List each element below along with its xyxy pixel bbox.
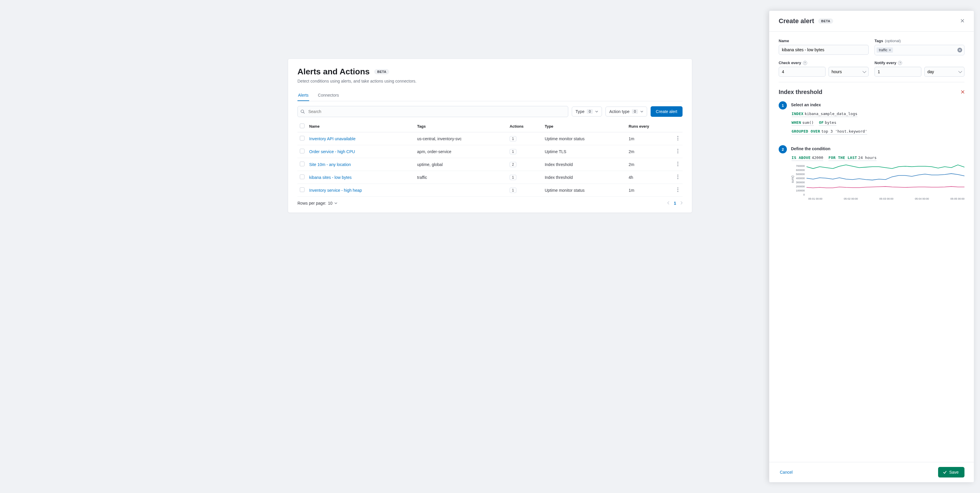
svg-point-16 <box>678 191 678 192</box>
col-name: Name <box>307 120 415 132</box>
type-filter-label: Type <box>576 109 584 114</box>
page-title: Alerts and Actions <box>298 67 369 76</box>
cond-is-above[interactable]: IS ABOVE 42000 <box>792 155 823 161</box>
save-button[interactable]: Save <box>938 467 964 477</box>
svg-point-5 <box>678 149 678 150</box>
type-filter[interactable]: Type 0 <box>572 106 602 117</box>
check-every-unit[interactable] <box>829 67 869 77</box>
table-row: kibana sites - low bytestraffic1Index th… <box>298 171 682 184</box>
page-1[interactable]: 1 <box>674 201 676 206</box>
row-checkbox[interactable] <box>300 149 304 154</box>
tab-connectors[interactable]: Connectors <box>317 90 340 101</box>
alert-runs-every: 4h <box>626 171 674 184</box>
step-2-badge: 2 <box>779 145 787 154</box>
row-checkbox[interactable] <box>300 136 304 141</box>
alert-type: Index threshold <box>542 158 626 171</box>
alert-actions-count: 2 <box>510 162 516 167</box>
rows-per-page[interactable]: Rows per page: 10 <box>298 201 337 206</box>
notify-every-unit[interactable] <box>924 67 965 77</box>
row-menu-icon[interactable] <box>676 136 679 143</box>
alert-name-link[interactable]: kibana sites - low bytes <box>309 175 352 180</box>
alert-actions-count: 1 <box>510 188 516 193</box>
rpp-label: Rows per page: <box>298 201 326 206</box>
check-every-value[interactable] <box>779 67 826 77</box>
alert-runs-every: 2m <box>626 145 674 158</box>
alert-runs-every: 2m <box>626 158 674 171</box>
chevron-down-icon <box>595 110 598 113</box>
alert-tags <box>415 184 507 197</box>
help-icon[interactable]: ? <box>803 61 807 65</box>
page-next[interactable] <box>680 201 682 206</box>
expr-when[interactable]: WHEN sum() <box>792 120 814 126</box>
row-checkbox[interactable] <box>300 187 304 192</box>
row-menu-icon[interactable] <box>676 161 679 168</box>
page-subtitle: Detect conditions using alerts, and take… <box>298 79 682 84</box>
svg-point-15 <box>678 189 678 190</box>
close-icon[interactable] <box>960 19 964 24</box>
page-prev[interactable] <box>667 201 670 206</box>
row-menu-icon[interactable] <box>676 174 679 181</box>
tags-combobox[interactable]: traffic ✕ <box>875 45 964 55</box>
alert-name-link[interactable]: Site 10m - any location <box>309 162 351 167</box>
chart-yticks: 7000006000005000004000003000002000001000… <box>796 164 805 196</box>
rpp-value: 10 <box>328 201 332 206</box>
expr-index[interactable]: INDEX kibana_sample_data_logs <box>792 111 858 117</box>
expr-group-val: top 3 'host.keyword' <box>821 129 867 133</box>
alert-actions-count: 1 <box>510 175 516 180</box>
check-every-label: Check every <box>779 60 801 65</box>
svg-point-7 <box>678 152 678 154</box>
create-alert-button[interactable]: Create alert <box>651 106 682 117</box>
row-menu-icon[interactable] <box>676 187 679 194</box>
chart-xticks: 05-01 00:0005-02 00:0005-03 00:0005-04 0… <box>807 197 964 200</box>
check-icon <box>943 470 947 474</box>
svg-point-6 <box>678 151 678 152</box>
row-checkbox[interactable] <box>300 162 304 166</box>
flyout-title: Create alert <box>779 17 814 25</box>
row-menu-icon[interactable] <box>676 148 679 155</box>
table-row: Site 10m - any locationuptime, global2In… <box>298 158 682 171</box>
alert-name-link[interactable]: Inventory service - high heap <box>309 188 362 193</box>
cancel-button[interactable]: Cancel <box>779 468 794 477</box>
name-label: Name <box>779 39 869 43</box>
alert-actions-count: 1 <box>510 136 516 141</box>
help-icon[interactable]: ? <box>898 61 902 65</box>
action-type-filter-label: Action type <box>609 109 630 114</box>
cond-for-kw: FOR THE LAST <box>829 155 857 160</box>
alert-tags: uptime, global <box>415 158 507 171</box>
cond-for-val: 24 hours <box>858 155 877 160</box>
tabs: Alerts Connectors <box>298 90 682 101</box>
expr-group[interactable]: GROUPED OVER top 3 'host.keyword' <box>792 129 867 135</box>
step-1-title: Select an index <box>791 103 964 107</box>
action-type-filter[interactable]: Action type 0 <box>606 106 647 117</box>
pagination: 1 <box>667 201 682 206</box>
create-alert-flyout: Create alert BETA Name Tags (optional) t <box>769 11 974 482</box>
alert-tags: us-central, inventory-svc <box>415 132 507 145</box>
alert-actions-count: 1 <box>510 149 516 154</box>
alert-name-link[interactable]: Inventory API unavailable <box>309 136 355 141</box>
expr-of[interactable]: OF bytes <box>819 120 836 126</box>
tag-pill: traffic ✕ <box>877 48 893 53</box>
alert-runs-every: 1m <box>626 184 674 197</box>
tag-remove-icon[interactable]: ✕ <box>889 48 891 52</box>
alert-tags: apm, order-service <box>415 145 507 158</box>
select-all-checkbox[interactable] <box>300 124 304 128</box>
remove-section-icon[interactable] <box>961 90 964 95</box>
col-actions: Actions <box>507 120 542 132</box>
clear-tags-icon[interactable] <box>958 48 962 52</box>
alert-name-link[interactable]: Order service - high CPU <box>309 149 355 154</box>
svg-point-11 <box>678 175 678 176</box>
notify-every-value[interactable] <box>875 67 921 77</box>
alerts-table: Name Tags Actions Type Runs every Invent… <box>298 120 682 197</box>
tab-alerts[interactable]: Alerts <box>298 90 309 101</box>
search-input[interactable] <box>298 106 568 117</box>
expr-when-kw: WHEN <box>792 120 801 125</box>
expr-when-val: sum() <box>802 120 813 125</box>
row-checkbox[interactable] <box>300 174 304 179</box>
alert-type: Uptime monitor status <box>542 132 626 145</box>
condition-chart: sum() 7000006000005000004000003000002000… <box>791 164 964 200</box>
tags-label: Tags <box>875 39 883 43</box>
name-input[interactable] <box>779 45 869 55</box>
cond-for-last[interactable]: FOR THE LAST 24 hours <box>829 155 877 161</box>
svg-point-2 <box>678 136 678 137</box>
table-row: Inventory service - high heap1Uptime mon… <box>298 184 682 197</box>
